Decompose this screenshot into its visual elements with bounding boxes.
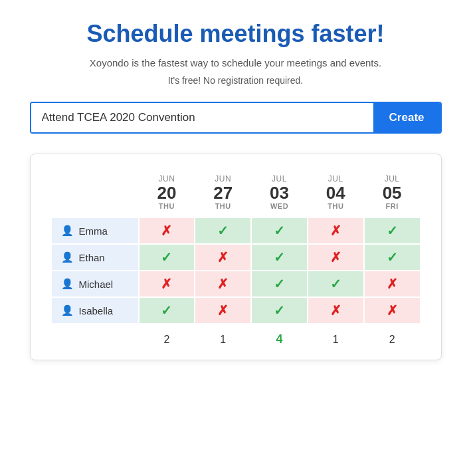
check-icon: ✓: [330, 277, 341, 291]
event-input-row: Create: [30, 102, 442, 134]
free-note: It's free! No registration required.: [168, 75, 303, 86]
cross-icon: ✗: [330, 223, 341, 238]
check-icon: ✓: [274, 303, 285, 318]
available-cell: ✓: [251, 244, 308, 271]
unavailable-cell: ✗: [364, 271, 421, 297]
date-header: JUL 04 THU: [308, 170, 364, 218]
cross-icon: ✗: [217, 277, 229, 291]
total-count: 4: [251, 324, 308, 346]
check-icon: ✓: [217, 223, 229, 238]
event-name-input[interactable]: [31, 103, 373, 132]
cross-icon: ✗: [161, 223, 172, 238]
unavailable-cell: ✗: [308, 297, 364, 324]
person-icon: 👤: [61, 304, 74, 316]
person-name: Emma: [79, 225, 108, 237]
available-cell: ✓: [251, 297, 308, 324]
summary-label: [51, 324, 139, 346]
cross-icon: ✗: [161, 277, 172, 291]
date-header: JUL 05 FRI: [364, 170, 421, 218]
person-name-cell: 👤 Isabella: [51, 297, 139, 324]
total-count: 2: [364, 324, 421, 346]
check-icon: ✓: [387, 250, 398, 265]
unavailable-cell: ✗: [364, 297, 421, 324]
empty-header-cell: [51, 170, 139, 218]
person-name-cell: 👤 Michael: [51, 271, 139, 297]
table-row: 👤 Isabella ✓✗✓✗✗: [51, 297, 421, 324]
check-icon: ✓: [161, 250, 172, 265]
available-cell: ✓: [195, 217, 251, 244]
person-name: Isabella: [79, 305, 114, 316]
unavailable-cell: ✗: [195, 244, 251, 271]
cross-icon: ✗: [330, 250, 341, 265]
table-row: 👤 Michael ✗✗✓✓✗: [51, 271, 421, 297]
date-header: JUN 27 THU: [195, 170, 251, 218]
cross-icon: ✗: [330, 303, 341, 318]
person-icon: 👤: [61, 225, 74, 237]
unavailable-cell: ✗: [195, 271, 251, 297]
availability-table: JUN 20 THU JUN 27 THU JUL 03 WED JUL 04 …: [50, 170, 421, 347]
person-name: Michael: [79, 279, 114, 290]
cross-icon: ✗: [217, 250, 229, 265]
available-cell: ✓: [251, 271, 308, 297]
available-cell: ✓: [139, 244, 195, 271]
total-count: 1: [195, 324, 251, 346]
available-cell: ✓: [364, 244, 421, 271]
cross-icon: ✗: [387, 277, 398, 291]
person-name-cell: 👤 Emma: [51, 217, 139, 244]
check-icon: ✓: [387, 223, 398, 238]
total-count: 1: [308, 324, 364, 346]
unavailable-cell: ✗: [139, 217, 195, 244]
subtitle: Xoyondo is the fastest way to schedule y…: [90, 56, 381, 71]
available-cell: ✓: [308, 271, 364, 297]
unavailable-cell: ✗: [195, 297, 251, 324]
person-name: Ethan: [79, 252, 105, 263]
available-cell: ✓: [364, 217, 421, 244]
date-header: JUN 20 THU: [139, 170, 195, 218]
person-icon: 👤: [61, 251, 74, 263]
cross-icon: ✗: [217, 303, 229, 318]
page-title: Schedule meetings faster!: [86, 20, 384, 48]
unavailable-cell: ✗: [308, 217, 364, 244]
table-row: 👤 Emma ✗✓✓✗✓: [51, 217, 421, 244]
check-icon: ✓: [161, 303, 172, 318]
check-icon: ✓: [274, 223, 285, 238]
check-icon: ✓: [274, 277, 285, 291]
person-icon: 👤: [61, 278, 74, 290]
total-count: 2: [139, 324, 195, 346]
unavailable-cell: ✗: [308, 244, 364, 271]
date-header: JUL 03 WED: [251, 170, 308, 218]
cross-icon: ✗: [387, 303, 398, 318]
create-button[interactable]: Create: [373, 103, 440, 132]
check-icon: ✓: [274, 250, 285, 265]
schedule-card: JUN 20 THU JUN 27 THU JUL 03 WED JUL 04 …: [30, 154, 442, 361]
available-cell: ✓: [139, 297, 195, 324]
table-row: 👤 Ethan ✓✗✓✗✓: [51, 244, 421, 271]
available-cell: ✓: [251, 217, 308, 244]
unavailable-cell: ✗: [139, 271, 195, 297]
person-name-cell: 👤 Ethan: [51, 244, 139, 271]
